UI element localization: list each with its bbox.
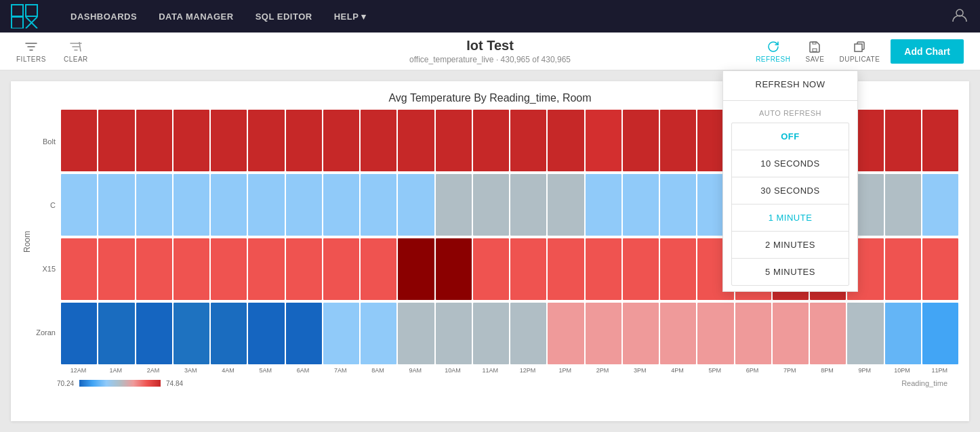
- refresh-off-option[interactable]: OFF: [732, 123, 849, 150]
- refresh-10s-option[interactable]: 10 SECONDS: [732, 150, 849, 177]
- heatmap-cell[interactable]: [510, 110, 546, 171]
- heatmap-cell[interactable]: [660, 303, 696, 364]
- heatmap-cell[interactable]: [398, 303, 434, 364]
- add-chart-button[interactable]: Add Chart: [891, 39, 964, 64]
- heatmap-cell[interactable]: [136, 174, 172, 236]
- heatmap-cell[interactable]: [436, 238, 472, 300]
- heatmap-cell[interactable]: [436, 174, 472, 236]
- heatmap-cell[interactable]: [398, 110, 434, 171]
- logo[interactable]: [11, 4, 38, 28]
- heatmap-cell[interactable]: [473, 174, 509, 236]
- heatmap-cell[interactable]: [173, 303, 209, 364]
- heatmap-cell[interactable]: [735, 303, 771, 364]
- heatmap-cell[interactable]: [548, 303, 584, 364]
- heatmap-cell[interactable]: [286, 303, 322, 364]
- heatmap-cell[interactable]: [61, 110, 97, 171]
- heatmap-cell[interactable]: [623, 303, 659, 364]
- user-avatar-icon[interactable]: [950, 5, 969, 28]
- heatmap-cell[interactable]: [248, 238, 284, 300]
- heatmap-cell[interactable]: [173, 238, 209, 300]
- heatmap-cell[interactable]: [885, 174, 921, 236]
- heatmap-cell[interactable]: [660, 238, 696, 300]
- heatmap-cell[interactable]: [98, 238, 134, 300]
- heatmap-cell[interactable]: [510, 303, 546, 364]
- heatmap-cell[interactable]: [922, 110, 958, 171]
- heatmap-cell[interactable]: [660, 110, 696, 171]
- heatmap-cell[interactable]: [623, 110, 659, 171]
- heatmap-cell[interactable]: [136, 110, 172, 171]
- heatmap-cell[interactable]: [248, 303, 284, 364]
- refresh-button[interactable]: REFRESH: [756, 40, 790, 63]
- heatmap-cell[interactable]: [323, 238, 359, 300]
- refresh-1min-option[interactable]: 1 MINUTE: [732, 204, 849, 232]
- heatmap-cell[interactable]: [323, 303, 359, 364]
- heatmap-cell[interactable]: [361, 303, 396, 364]
- heatmap-cell[interactable]: [586, 238, 621, 300]
- heatmap-cell[interactable]: [436, 303, 472, 364]
- heatmap-cell[interactable]: [398, 238, 434, 300]
- heatmap-cell[interactable]: [211, 174, 247, 236]
- heatmap-cell[interactable]: [323, 110, 359, 171]
- heatmap-cell[interactable]: [847, 303, 883, 364]
- heatmap-cell[interactable]: [660, 174, 696, 236]
- nav-dashboards[interactable]: DASHBOARDS: [70, 12, 137, 22]
- heatmap-cell[interactable]: [211, 303, 247, 364]
- heatmap-cell[interactable]: [885, 303, 921, 364]
- heatmap-cell[interactable]: [248, 174, 284, 236]
- duplicate-button[interactable]: DUPLICATE: [839, 40, 880, 63]
- heatmap-cell[interactable]: [436, 110, 472, 171]
- heatmap-cell[interactable]: [136, 303, 172, 364]
- heatmap-cell[interactable]: [286, 238, 322, 300]
- heatmap-cell[interactable]: [922, 174, 958, 236]
- refresh-2min-option[interactable]: 2 MINUTES: [732, 232, 849, 259]
- nav-sql-editor[interactable]: SQL EDITOR: [256, 12, 312, 22]
- heatmap-cell[interactable]: [323, 174, 359, 236]
- heatmap-cell[interactable]: [885, 110, 921, 171]
- heatmap-cell[interactable]: [473, 238, 509, 300]
- heatmap-cell[interactable]: [61, 174, 97, 236]
- heatmap-cell[interactable]: [361, 238, 396, 300]
- heatmap-cell[interactable]: [286, 110, 322, 171]
- heatmap-cell[interactable]: [697, 303, 733, 364]
- heatmap-cell[interactable]: [211, 110, 247, 171]
- heatmap-cell[interactable]: [548, 110, 584, 171]
- heatmap-cell[interactable]: [922, 303, 958, 364]
- heatmap-cell[interactable]: [885, 238, 921, 300]
- heatmap-cell[interactable]: [548, 174, 584, 236]
- heatmap-cell[interactable]: [473, 303, 509, 364]
- heatmap-cell[interactable]: [510, 174, 546, 236]
- heatmap-cell[interactable]: [773, 303, 809, 364]
- heatmap-cell[interactable]: [248, 110, 284, 171]
- nav-help[interactable]: HELP ▾: [334, 12, 367, 22]
- heatmap-cell[interactable]: [173, 110, 209, 171]
- heatmap-cell[interactable]: [361, 174, 396, 236]
- heatmap-cell[interactable]: [586, 174, 621, 236]
- refresh-now-option[interactable]: REFRESH NOW: [723, 71, 857, 98]
- heatmap-cell[interactable]: [98, 110, 134, 171]
- heatmap-cell[interactable]: [510, 238, 546, 300]
- save-button[interactable]: SAVE: [801, 40, 828, 63]
- heatmap-cell[interactable]: [473, 110, 509, 171]
- heatmap-cell[interactable]: [922, 238, 958, 300]
- heatmap-cell[interactable]: [361, 110, 396, 171]
- heatmap-cell[interactable]: [211, 238, 247, 300]
- filters-button[interactable]: FILTERS: [16, 40, 46, 63]
- refresh-30s-option[interactable]: 30 SECONDS: [732, 177, 849, 204]
- heatmap-cell[interactable]: [548, 238, 584, 300]
- heatmap-cell[interactable]: [623, 238, 659, 300]
- nav-data-manager[interactable]: DATA MANAGER: [159, 12, 233, 22]
- heatmap-cell[interactable]: [61, 303, 97, 364]
- heatmap-cell[interactable]: [586, 110, 621, 171]
- heatmap-cell[interactable]: [286, 174, 322, 236]
- refresh-5min-option[interactable]: 5 MINUTES: [732, 259, 849, 285]
- heatmap-cell[interactable]: [173, 174, 209, 236]
- heatmap-cell[interactable]: [810, 303, 846, 364]
- heatmap-cell[interactable]: [398, 174, 434, 236]
- clear-button[interactable]: CLEAR: [62, 40, 89, 63]
- heatmap-cell[interactable]: [61, 238, 97, 300]
- heatmap-cell[interactable]: [98, 174, 134, 236]
- heatmap-cell[interactable]: [136, 238, 172, 300]
- heatmap-cell[interactable]: [623, 174, 659, 236]
- heatmap-cell[interactable]: [98, 303, 134, 364]
- heatmap-cell[interactable]: [586, 303, 621, 364]
